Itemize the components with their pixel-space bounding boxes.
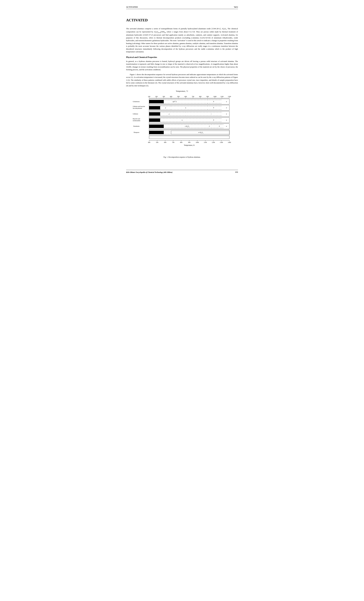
svg-text:α: α [226, 113, 227, 115]
figure-caption: Fig. 1. Decomposition sequence of hydrou… [132, 156, 232, 158]
svg-text:η: η [185, 107, 186, 109]
svg-text:800: 800 [199, 96, 202, 97]
svg-text:1100: 1100 [204, 141, 207, 143]
svg-text:Temperature, K: Temperature, K [184, 144, 194, 146]
svg-rect-38 [149, 106, 160, 110]
svg-text:α: α [226, 101, 227, 102]
svg-text:ι: ι [211, 113, 211, 115]
svg-text:Gibbsite: Gibbsite [133, 113, 138, 115]
svg-rect-49 [149, 111, 229, 117]
svg-text:χ: χ [169, 113, 170, 115]
svg-text:Diaspore: Diaspore [134, 131, 139, 133]
svg-rect-85 [149, 131, 164, 134]
svg-text:700: 700 [192, 96, 194, 97]
svg-text:300: 300 [162, 96, 165, 97]
svg-text:fast dehydration: fast dehydration [133, 108, 142, 109]
svg-text:400: 400 [170, 96, 172, 97]
svg-rect-51 [149, 112, 160, 116]
svg-text:Gelatinous: Gelatinous [133, 101, 140, 102]
footer-publisher: Kirk-Othmer Encyclopedia of Chemical Tec… [126, 171, 173, 174]
svg-text:500: 500 [177, 96, 180, 97]
svg-text:α·Al2O3: α·Al2O3 [198, 131, 203, 134]
svg-text:1200: 1200 [228, 96, 231, 97]
svg-text:Boehmite: Boehmite [133, 125, 140, 127]
svg-text:200: 200 [155, 96, 158, 97]
svg-text:900: 900 [188, 141, 190, 143]
svg-rect-90 [149, 136, 229, 139]
section-paragraph-2: Figure 1 shows the decomposition sequenc… [126, 73, 238, 87]
svg-text:1400: 1400 [228, 141, 231, 143]
page-header: ACTIVATED Vol 2 [126, 6, 238, 9]
svg-text:δ: δ [209, 125, 210, 127]
svg-text:η: η [182, 119, 182, 121]
page-footer: Kirk-Othmer Encyclopedia of Chemical Tec… [126, 170, 238, 173]
svg-text:θ: θ [219, 125, 220, 127]
svg-text:θ: θ [213, 119, 214, 121]
svg-text:α: α [226, 119, 227, 121]
svg-text:Bayerite and: Bayerite and [133, 118, 140, 120]
svg-text:600: 600 [184, 96, 187, 97]
svg-text:ι·Al2O3: ι·Al2O3 [185, 125, 189, 128]
svg-text:800: 800 [180, 141, 182, 143]
svg-rect-62 [149, 118, 160, 122]
svg-text:θ: θ [213, 101, 214, 102]
figure-1: Temperature, °C 100 200 300 400 [132, 90, 232, 158]
svg-text:α: α [226, 107, 227, 109]
svg-text:nordstrandite: nordstrandite [133, 120, 140, 121]
svg-rect-27 [149, 100, 164, 103]
svg-text:100: 100 [148, 96, 150, 97]
section-heading: Physical and Chemical Properties [126, 56, 238, 59]
svg-text:700: 700 [172, 141, 174, 143]
figure-temp-label: Temperature, °C [132, 90, 232, 92]
page-title: ACTIVATED [126, 18, 238, 23]
svg-rect-35 [149, 105, 229, 110]
svg-text:1000: 1000 [213, 96, 217, 97]
svg-text:α: α [226, 125, 227, 127]
svg-text:400: 400 [148, 141, 150, 143]
svg-text:500: 500 [156, 141, 158, 143]
svg-text:1300: 1300 [220, 141, 223, 143]
svg-rect-59 [149, 117, 229, 123]
svg-text:600: 600 [164, 141, 166, 143]
header-volume: Vol 2 [234, 6, 238, 8]
svg-text:Gibbsite and bayerite: Gibbsite and bayerite [133, 106, 145, 107]
header-title: ACTIVATED [126, 6, 138, 8]
svg-rect-72 [149, 125, 164, 128]
svg-text:900: 900 [206, 96, 209, 97]
svg-text:1100: 1100 [220, 96, 223, 97]
svg-text:ρ: ρ [165, 107, 166, 109]
section-paragraph-1: In general, as a hydrous alumina precurs… [126, 60, 238, 71]
svg-text:1200: 1200 [212, 141, 215, 143]
svg-text:θ: θ [213, 107, 214, 109]
svg-text:1000: 1000 [196, 141, 199, 143]
footer-page-number: 153 [235, 171, 238, 173]
svg-text:η(δ°?): η(δ°?) [173, 101, 177, 102]
body-paragraph-1: The activated aluminas comprise a series… [126, 27, 238, 53]
decomposition-chart: 100 200 300 400 500 600 700 800 900 [132, 94, 232, 155]
